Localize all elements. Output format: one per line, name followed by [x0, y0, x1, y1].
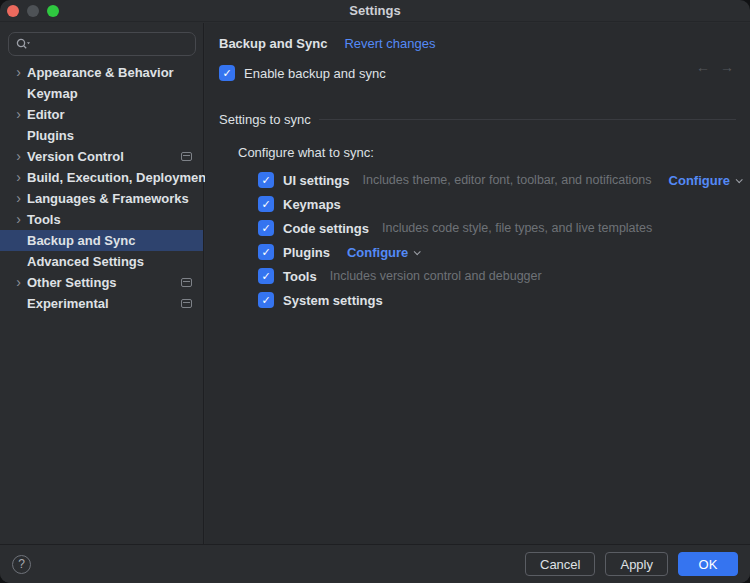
revert-changes-link[interactable]: Revert changes: [344, 36, 435, 51]
plugins-configure-link[interactable]: Configure: [347, 245, 419, 260]
dialog-footer: ? Cancel Apply OK: [0, 544, 750, 583]
system-settings-checkbox[interactable]: ✓: [258, 292, 274, 308]
zoom-window-icon[interactable]: [47, 5, 59, 17]
tools-checkbox[interactable]: ✓: [258, 268, 274, 284]
chevron-right-icon[interactable]: ›: [10, 170, 27, 184]
sync-row-keymaps: ✓ Keymaps: [258, 192, 736, 216]
chevron-right-icon[interactable]: ›: [10, 212, 27, 226]
plugins-checkbox[interactable]: ✓: [258, 244, 274, 260]
enable-backup-and-sync-label: Enable backup and sync: [244, 66, 386, 81]
chevron-down-icon: [736, 176, 743, 183]
sidebar-item-build-execution-deployment[interactable]: › Build, Execution, Deployment: [0, 167, 203, 188]
sidebar-item-backup-and-sync[interactable]: Backup and Sync: [0, 230, 203, 251]
page-title: Backup and Sync: [219, 36, 327, 51]
settings-tree: › Appearance & Behavior Keymap › Editor …: [0, 62, 203, 314]
sidebar-item-other-settings[interactable]: › Other Settings: [0, 272, 203, 293]
chevron-right-icon[interactable]: ›: [10, 107, 27, 121]
sync-items-list: ✓ UI settings Includes theme, editor fon…: [219, 168, 736, 312]
chevron-right-icon[interactable]: ›: [10, 275, 27, 289]
minimize-window-icon: [27, 5, 39, 17]
settings-content: Backup and Sync Revert changes ← → ✓ Ena…: [205, 23, 750, 544]
ide-settings-badge-icon: [181, 299, 192, 308]
apply-button[interactable]: Apply: [605, 552, 668, 576]
ide-settings-badge-icon: [181, 152, 192, 161]
sync-row-ui-settings: ✓ UI settings Includes theme, editor fon…: [258, 168, 736, 192]
forward-arrow-icon[interactable]: →: [720, 59, 734, 75]
search-icon: [15, 37, 31, 51]
ide-settings-badge-icon: [181, 278, 192, 287]
chevron-down-icon: [414, 248, 421, 255]
back-arrow-icon[interactable]: ←: [696, 59, 710, 75]
sidebar-item-advanced-settings[interactable]: Advanced Settings: [0, 251, 203, 272]
settings-to-sync-section: Settings to sync: [219, 112, 736, 127]
sidebar-item-version-control[interactable]: › Version Control: [0, 146, 203, 167]
search-box[interactable]: [8, 32, 196, 56]
sync-row-plugins: ✓ Plugins Configure: [258, 240, 736, 264]
ui-settings-configure-link[interactable]: Configure: [669, 173, 741, 188]
keymaps-checkbox[interactable]: ✓: [258, 196, 274, 212]
chevron-right-icon[interactable]: ›: [10, 149, 27, 163]
sync-row-code-settings: ✓ Code settings Includes code style, fil…: [258, 216, 736, 240]
cancel-button[interactable]: Cancel: [525, 552, 595, 576]
section-divider: [319, 119, 736, 120]
sidebar-item-appearance-behavior[interactable]: › Appearance & Behavior: [0, 62, 203, 83]
settings-window: Settings › Appearance & Behavior Keymap: [0, 0, 750, 583]
enable-backup-and-sync-row: ✓ Enable backup and sync: [219, 65, 736, 81]
chevron-right-icon[interactable]: ›: [10, 65, 27, 79]
sidebar-item-languages-frameworks[interactable]: › Languages & Frameworks: [0, 188, 203, 209]
sidebar-item-keymap[interactable]: Keymap: [0, 83, 203, 104]
settings-sidebar: › Appearance & Behavior Keymap › Editor …: [0, 23, 204, 544]
sync-row-tools: ✓ Tools Includes version control and deb…: [258, 264, 736, 288]
enable-backup-and-sync-checkbox[interactable]: ✓: [219, 65, 235, 81]
section-title: Settings to sync: [219, 112, 311, 127]
ok-button[interactable]: OK: [678, 552, 738, 576]
sidebar-item-tools[interactable]: › Tools: [0, 209, 203, 230]
code-settings-checkbox[interactable]: ✓: [258, 220, 274, 236]
ui-settings-checkbox[interactable]: ✓: [258, 172, 274, 188]
help-icon[interactable]: ?: [12, 555, 31, 574]
configure-what-to-sync-label: Configure what to sync:: [238, 145, 736, 160]
sync-row-system-settings: ✓ System settings: [258, 288, 736, 312]
close-window-icon[interactable]: [7, 5, 19, 17]
sidebar-item-editor[interactable]: › Editor: [0, 104, 203, 125]
sidebar-item-plugins[interactable]: Plugins: [0, 125, 203, 146]
titlebar: Settings: [0, 0, 750, 22]
sidebar-item-experimental[interactable]: Experimental: [0, 293, 203, 314]
traffic-lights: [7, 5, 59, 17]
chevron-right-icon[interactable]: ›: [10, 191, 27, 205]
settings-search-input[interactable]: [34, 36, 189, 53]
window-title: Settings: [349, 3, 400, 18]
